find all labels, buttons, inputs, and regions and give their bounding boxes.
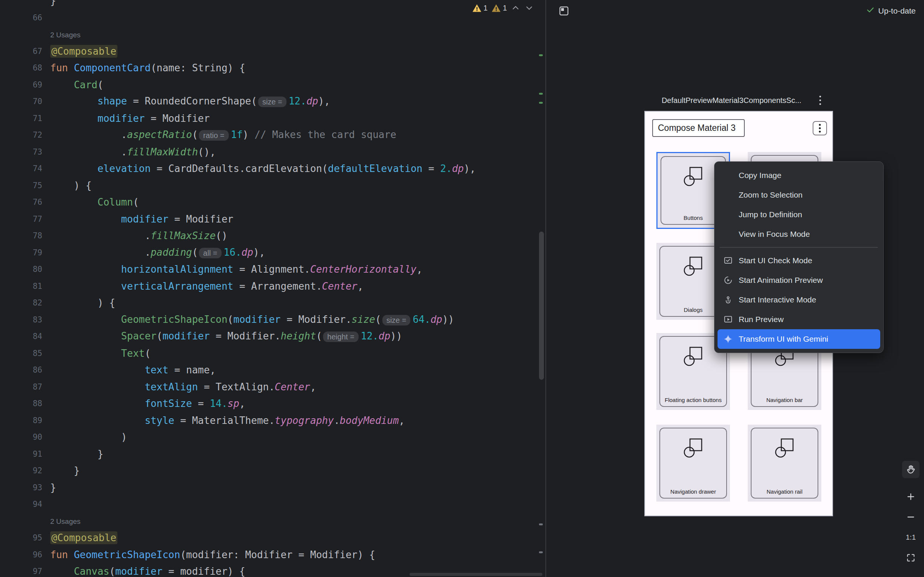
line-number: 83 (0, 311, 42, 329)
menu-item-label: Zoom to Selection (739, 190, 803, 200)
line-number: 74 (0, 160, 42, 177)
inspections-widget: 1 1 (472, 3, 534, 13)
code-line[interactable]: 84 Spacer(modifier = Modifier.height(hei… (0, 328, 536, 345)
code-line[interactable]: 95@Composable (0, 529, 536, 546)
code-line[interactable]: 82 ) { (0, 295, 536, 311)
line-number: 81 (0, 278, 42, 295)
editor-scrollbar-thumb[interactable] (539, 232, 544, 380)
component-card-navigation-rail[interactable]: Navigation rail (748, 425, 821, 501)
sync-status: Up-to-date (866, 5, 916, 16)
code-line[interactable]: 94 (0, 496, 536, 513)
code-line[interactable]: 83 GeometricShapeIcon(modifier = Modifie… (0, 311, 536, 329)
code-line[interactable]: 68fun ComponentCard(name: String) { (0, 60, 536, 77)
code-line[interactable]: 92 } (0, 463, 536, 479)
code-line[interactable]: 85 Text( (0, 345, 536, 362)
code-line[interactable]: 77 modifier = Modifier (0, 211, 536, 228)
menu-item-start-ui-check-mode[interactable]: Start UI Check Mode (717, 251, 880, 271)
line-number: 69 (0, 77, 42, 93)
code-line[interactable]: 75 ) { (0, 177, 536, 194)
menu-separator (720, 247, 878, 248)
line-number: 86 (0, 362, 42, 379)
code-line[interactable]: 96fun GeometricShapeIcon(modifier: Modif… (0, 546, 536, 563)
code-line[interactable]: 71 modifier = Modifier (0, 110, 536, 127)
geometric-shape-icon (774, 437, 796, 459)
menu-item-run-preview[interactable]: Run Preview (717, 309, 880, 329)
line-number: 82 (0, 295, 42, 311)
code-line[interactable]: } (0, 0, 536, 10)
frame-title-field[interactable]: Compose Material 3 (652, 119, 745, 137)
warning-icon (472, 4, 481, 13)
code-line[interactable]: 89 style = MaterialTheme.typography.body… (0, 412, 536, 429)
menu-item-transform-ui-with-gemini[interactable]: Transform UI with Gemini (717, 329, 880, 349)
layout-grid-icon[interactable] (557, 5, 570, 17)
menu-item-start-animation-preview[interactable]: Start Animation Preview (717, 271, 880, 290)
menu-item-view-in-focus-mode[interactable]: View in Focus Mode (717, 224, 880, 244)
menu-item-label: Start Interactive Mode (739, 295, 816, 305)
menu-item-start-interactive-mode[interactable]: Start Interactive Mode (717, 290, 880, 309)
ui-check-icon (723, 255, 733, 266)
line-number: 77 (0, 211, 42, 228)
menu-item-zoom-to-selection[interactable]: Zoom to Selection (717, 185, 880, 205)
warning-count: 1 (483, 4, 488, 13)
geometric-shape-icon (682, 255, 705, 277)
line-number: 72 (0, 127, 42, 144)
code-line[interactable]: 79 .padding(all =16.dp), (0, 244, 536, 261)
code-line[interactable]: 78 .fillMaxSize() (0, 227, 536, 244)
code-line[interactable]: 72 .aspectRatio(ratio =1f) // Makes the … (0, 127, 536, 144)
frame-menu-button[interactable] (813, 121, 827, 135)
change-marker (539, 93, 543, 95)
code-editor[interactable]: }662 Usages67@Composable68fun ComponentC… (0, 0, 545, 577)
line-number: 87 (0, 379, 42, 396)
zoom-out-button[interactable] (902, 508, 919, 526)
code-line[interactable]: 67@Composable (0, 43, 536, 60)
usages-inlay-hint[interactable]: 2 Usages (0, 513, 536, 530)
zoom-actual-size-button[interactable]: 1:1 (902, 529, 919, 546)
editor-horizontal-scrollbar-thumb[interactable] (410, 573, 543, 576)
pan-hand-button[interactable] (902, 461, 919, 478)
weak-warning-indicator[interactable]: 1 (491, 4, 507, 13)
component-card-navigation-drawer[interactable]: Navigation drawer (656, 425, 730, 501)
code-line[interactable]: 81 verticalArrangement = Arrangement.Cen… (0, 278, 536, 295)
code-line[interactable]: 80 horizontalAlignment = Alignment.Cente… (0, 261, 536, 278)
menu-item-label: View in Focus Mode (739, 230, 810, 239)
line-number: 91 (0, 446, 42, 463)
menu-item-label: Transform UI with Gemini (739, 335, 828, 343)
code-line[interactable]: 66 (0, 10, 536, 26)
line-number: 90 (0, 429, 42, 446)
card-label: Navigation drawer (659, 488, 728, 495)
line-number: 79 (0, 244, 42, 261)
code-line[interactable]: 70 shape = RoundedCornerShape(size =12.d… (0, 93, 536, 110)
warning-indicator[interactable]: 1 (472, 4, 488, 13)
stripe-marker (539, 524, 543, 525)
code-line[interactable]: 91 } (0, 446, 536, 463)
preview-name-label[interactable]: DefaultPreviewMaterial3ComponentsSc... (644, 93, 833, 107)
code-line[interactable]: 74 elevation = CardDefaults.cardElevatio… (0, 160, 536, 177)
line-number: 97 (0, 563, 42, 577)
weak-warning-count: 1 (503, 4, 507, 13)
preview-context-menu: Copy ImageZoom to SelectionJump to Defin… (714, 161, 884, 353)
menu-item-label: Jump to Definition (739, 210, 802, 219)
menu-item-copy-image[interactable]: Copy Image (717, 166, 880, 185)
zoom-in-button[interactable] (902, 488, 919, 505)
code-line[interactable]: 87 textAlign = TextAlign.Center, (0, 379, 536, 396)
code-line[interactable]: 88 fontSize = 14.sp, (0, 395, 536, 412)
code-line[interactable]: 90 ) (0, 429, 536, 446)
preview-options-kebab-icon[interactable] (814, 94, 826, 106)
previous-problem-button[interactable] (511, 3, 520, 13)
line-number: 95 (0, 529, 42, 546)
animation-icon (723, 275, 733, 285)
line-number: 84 (0, 328, 42, 345)
zoom-toolbar: 1:1 (902, 461, 919, 566)
code-line[interactable]: 93} (0, 479, 536, 496)
line-number: 94 (0, 496, 42, 513)
usages-inlay-hint[interactable]: 2 Usages (0, 26, 536, 43)
sync-status-label: Up-to-date (878, 6, 916, 16)
code-line[interactable]: 73 .fillMaxWidth(), (0, 144, 536, 161)
code-line[interactable]: 76 Column( (0, 194, 536, 211)
zoom-to-fit-button[interactable] (902, 549, 919, 566)
next-problem-button[interactable] (524, 3, 534, 13)
check-icon (866, 5, 875, 16)
menu-item-jump-to-definition[interactable]: Jump to Definition (717, 205, 880, 224)
code-line[interactable]: 86 text = name, (0, 362, 536, 379)
code-line[interactable]: 69 Card( (0, 77, 536, 93)
